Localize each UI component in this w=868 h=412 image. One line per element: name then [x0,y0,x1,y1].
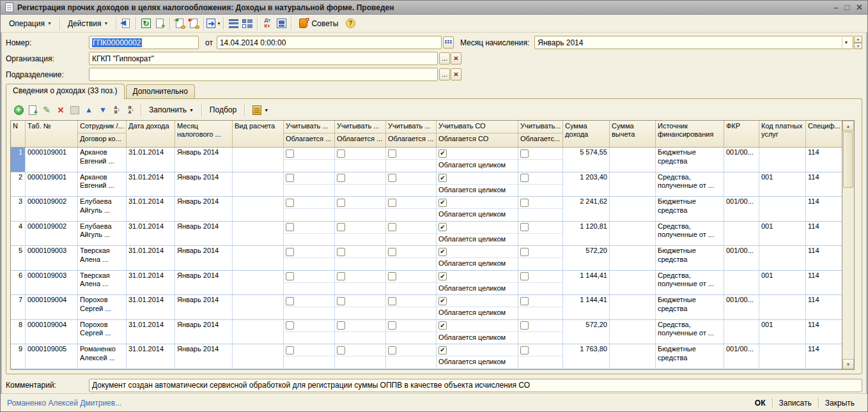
delete-row-button[interactable]: ✕ [54,103,68,117]
vertical-scrollbar[interactable]: ▲ ▼ [842,120,855,370]
copy-row-button[interactable]: + [26,103,40,117]
header-n[interactable]: N [11,121,26,147]
funding-source-cell[interactable]: Средства, полученные от ... [656,271,724,295]
checkbox-icon[interactable] [286,149,294,158]
checkbox-icon[interactable] [520,248,529,256]
department-clear-button[interactable]: ✕ [451,68,461,80]
calc-type-cell[interactable] [233,246,284,270]
checkbox-icon[interactable]: ✔ [438,297,447,305]
paid-code-cell[interactable]: 001 [759,320,806,344]
checkbox-icon[interactable] [286,199,294,207]
uchityvat-so-cell[interactable]: ✔Облагается целиком [437,344,518,369]
checkbox-icon[interactable] [337,174,345,182]
checkbox-icon[interactable]: ✔ [438,346,447,355]
uchityvat-5-cell[interactable] [518,172,563,197]
uchityvat-so-cell[interactable]: ✔Облагается целиком [437,222,518,246]
employee-cell[interactable]: Порохов Сергей ... [78,295,127,319]
dt-kt-button[interactable]: ДтКт [260,17,274,31]
uchityvat-3-cell[interactable] [386,197,437,221]
header-tab-no[interactable]: Таб. № [26,121,78,147]
checkbox-icon[interactable] [520,321,529,330]
calc-type-cell[interactable] [233,320,284,344]
tab-number-cell[interactable]: 0000109002 [26,222,78,246]
employee-cell[interactable]: Тверская Алена ... [78,271,127,295]
uchityvat-2-cell[interactable] [335,344,386,369]
chevron-down-icon[interactable]: ▼ [842,37,850,48]
employee-cell[interactable]: Романенко Алексей ... [78,344,127,369]
header-paid-code[interactable]: Код платных услуг [759,121,806,147]
uchityvat-1-cell[interactable] [284,197,335,221]
deduction-sum-cell[interactable] [610,197,656,221]
employee-cell[interactable]: Елубаева Айгуль ... [78,197,127,221]
uchityvat-2-cell[interactable] [335,320,386,344]
header-uchityvat-2[interactable]: Учитывать ... Облагается ... [335,121,386,147]
tab-number-cell[interactable]: 0000109002 [26,197,78,221]
structure-button[interactable] [226,17,240,31]
calc-type-cell[interactable] [233,148,284,172]
funding-source-cell[interactable]: Бюджетные средства [656,197,724,221]
tax-month-cell[interactable]: Январь 2014 [175,246,233,270]
tax-month-cell[interactable]: Январь 2014 [175,197,233,221]
deduction-sum-cell[interactable] [610,295,656,319]
fkr-cell[interactable] [724,320,759,344]
spec-cell[interactable]: 114 [806,271,842,295]
move-down-button[interactable]: ▼ [96,103,110,117]
deduction-sum-cell[interactable] [610,246,656,270]
refresh-button[interactable]: ↻ [139,17,153,31]
tax-month-cell[interactable]: Январь 2014 [175,148,233,172]
sort-desc-button[interactable]: ЯА↓ [124,103,138,117]
income-date-cell[interactable]: 31.01.2014 [127,222,175,246]
checkbox-icon[interactable] [388,199,396,207]
income-sum-cell[interactable]: 572,20 [563,320,610,344]
uchityvat-1-cell[interactable] [284,172,335,197]
table-row[interactable]: 60000109003Тверская Алена ...31.01.2014Я… [11,271,842,296]
scroll-down-icon[interactable]: ▼ [842,359,854,369]
employee-cell[interactable]: Арканов Евгений ... [78,172,127,197]
header-deduction-sum[interactable]: Сумма вычета [610,121,656,147]
spec-cell[interactable]: 114 [806,197,842,221]
uchityvat-5-cell[interactable] [518,320,563,344]
list-print-button[interactable]: ▼ [247,103,274,117]
tab-number-cell[interactable]: 0000109001 [26,172,78,197]
header-tax-month[interactable]: Месяц налогового ... [175,121,233,147]
checkbox-icon[interactable] [337,297,345,305]
table-row[interactable]: 70000109004Порохов Сергей ...31.01.2014Я… [11,295,842,320]
fkr-cell[interactable] [724,222,759,246]
spec-cell[interactable]: 114 [806,148,842,172]
accrual-month-combo[interactable]: Январь 2014 ▼ [534,36,853,49]
fkr-cell[interactable]: 001/00... [724,246,759,270]
go-to-button[interactable]: ➜▼ [206,17,221,31]
checkbox-icon[interactable] [337,272,345,280]
edit-row-button[interactable]: ✎ [40,103,54,117]
ok-button[interactable]: ОК [748,399,772,408]
checkbox-icon[interactable] [388,223,396,231]
close-icon[interactable]: ✕ [856,3,863,11]
spec-cell[interactable]: 114 [806,320,842,344]
organization-input[interactable]: КГКП "Гиппократ" [89,52,438,65]
uchityvat-5-cell[interactable] [518,148,563,172]
header-funding-source[interactable]: Источник финансирования [656,121,724,147]
uchityvat-2-cell[interactable] [335,295,386,319]
tab-number-cell[interactable]: 0000109001 [26,148,78,172]
checkbox-icon[interactable] [520,297,529,305]
post-document-button[interactable]: ➜ [173,17,187,31]
help-button[interactable]: ? [343,17,357,31]
fill-button[interactable]: Заполнить▼ [144,103,199,117]
table-row[interactable]: 10000109001Арканов Евгений ...31.01.2014… [11,148,842,172]
checkbox-icon[interactable] [337,346,345,355]
deduction-sum-cell[interactable] [610,271,656,295]
paid-code-cell[interactable] [759,148,806,172]
date-input[interactable]: 14.04.2014 0:00:00 [217,36,442,49]
row-number-cell[interactable]: 7 [11,295,26,319]
tax-month-cell[interactable]: Январь 2014 [175,172,233,197]
reread-button[interactable]: ◀ [119,17,133,31]
checkbox-icon[interactable] [286,297,294,305]
checkbox-icon[interactable]: ✔ [438,248,447,256]
uchityvat-3-cell[interactable] [386,344,437,369]
checkbox-icon[interactable] [388,346,396,355]
income-date-cell[interactable]: 31.01.2014 [127,295,175,319]
tab-additional[interactable]: Дополнительно [126,84,195,98]
income-date-cell[interactable]: 31.01.2014 [127,271,175,295]
row-number-cell[interactable]: 2 [11,172,26,197]
checkbox-icon[interactable] [286,248,294,256]
